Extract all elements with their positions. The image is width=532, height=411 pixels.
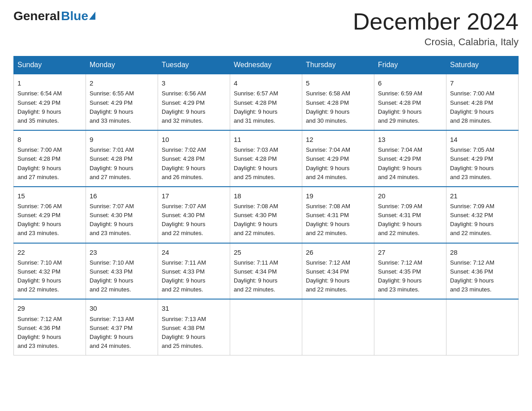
day-number: 29 <box>17 303 82 313</box>
day-number: 15 <box>17 191 82 201</box>
day-number: 23 <box>90 247 154 257</box>
day-number: 9 <box>90 134 154 145</box>
location-text: Crosia, Calabria, Italy <box>353 36 519 48</box>
calendar-cell: 28 Sunrise: 7:12 AM Sunset: 4:36 PM Dayl… <box>446 243 519 300</box>
calendar-cell: 15 Sunrise: 7:06 AM Sunset: 4:29 PM Dayl… <box>14 187 86 243</box>
calendar-cell: 3 Sunrise: 6:56 AM Sunset: 4:29 PM Dayli… <box>158 74 230 130</box>
calendar-week-row: 15 Sunrise: 7:06 AM Sunset: 4:29 PM Dayl… <box>14 187 519 243</box>
day-number: 1 <box>17 78 82 88</box>
calendar-week-row: 1 Sunrise: 6:54 AM Sunset: 4:29 PM Dayli… <box>14 74 519 130</box>
day-number: 7 <box>450 78 515 88</box>
header-tuesday: Tuesday <box>158 56 230 74</box>
header-friday: Friday <box>374 56 446 74</box>
calendar-cell: 18 Sunrise: 7:08 AM Sunset: 4:30 PM Dayl… <box>230 187 302 243</box>
calendar-cell: 24 Sunrise: 7:11 AM Sunset: 4:33 PM Dayl… <box>158 243 230 300</box>
calendar-cell: 10 Sunrise: 7:02 AM Sunset: 4:28 PM Dayl… <box>158 130 230 187</box>
header-sunday: Sunday <box>14 56 86 74</box>
day-number: 5 <box>306 78 370 88</box>
calendar-week-row: 8 Sunrise: 7:00 AM Sunset: 4:28 PM Dayli… <box>14 130 519 187</box>
calendar-cell: 12 Sunrise: 7:04 AM Sunset: 4:29 PM Dayl… <box>302 130 374 187</box>
calendar-cell: 29 Sunrise: 7:12 AM Sunset: 4:36 PM Dayl… <box>14 299 86 355</box>
logo-arrow-icon <box>89 12 95 20</box>
month-title: December 2024 <box>353 9 519 34</box>
calendar-cell: 19 Sunrise: 7:08 AM Sunset: 4:31 PM Dayl… <box>302 187 374 243</box>
day-number: 2 <box>90 78 154 88</box>
day-number: 16 <box>90 191 154 201</box>
day-number: 11 <box>234 134 298 145</box>
day-number: 17 <box>162 191 226 201</box>
calendar-cell: 8 Sunrise: 7:00 AM Sunset: 4:28 PM Dayli… <box>14 130 86 187</box>
day-number: 31 <box>162 303 226 313</box>
day-number: 18 <box>234 191 298 201</box>
calendar-cell: 5 Sunrise: 6:58 AM Sunset: 4:28 PM Dayli… <box>302 74 374 130</box>
day-number: 10 <box>162 134 226 145</box>
logo-blue-part: Blue <box>61 9 95 23</box>
calendar-cell: 6 Sunrise: 6:59 AM Sunset: 4:28 PM Dayli… <box>374 74 446 130</box>
day-number: 25 <box>234 247 298 257</box>
calendar-cell <box>446 299 519 355</box>
day-number: 22 <box>17 247 82 257</box>
day-number: 21 <box>450 191 515 201</box>
calendar-cell: 14 Sunrise: 7:05 AM Sunset: 4:29 PM Dayl… <box>446 130 519 187</box>
calendar-cell <box>374 299 446 355</box>
day-number: 13 <box>378 134 442 145</box>
calendar-cell: 20 Sunrise: 7:09 AM Sunset: 4:31 PM Dayl… <box>374 187 446 243</box>
calendar-cell: 1 Sunrise: 6:54 AM Sunset: 4:29 PM Dayli… <box>14 74 86 130</box>
day-number: 4 <box>234 78 298 88</box>
header-saturday: Saturday <box>446 56 519 74</box>
header-wednesday: Wednesday <box>230 56 302 74</box>
day-number: 12 <box>306 134 370 145</box>
day-number: 24 <box>162 247 226 257</box>
calendar-table: Sunday Monday Tuesday Wednesday Thursday… <box>13 56 519 355</box>
calendar-cell <box>302 299 374 355</box>
calendar-cell: 27 Sunrise: 7:12 AM Sunset: 4:35 PM Dayl… <box>374 243 446 300</box>
day-number: 8 <box>17 134 82 145</box>
calendar-cell: 9 Sunrise: 7:01 AM Sunset: 4:28 PM Dayli… <box>86 130 158 187</box>
calendar-cell: 22 Sunrise: 7:10 AM Sunset: 4:32 PM Dayl… <box>14 243 86 300</box>
days-header-row: Sunday Monday Tuesday Wednesday Thursday… <box>14 56 519 74</box>
calendar-cell: 30 Sunrise: 7:13 AM Sunset: 4:37 PM Dayl… <box>86 299 158 355</box>
header-monday: Monday <box>86 56 158 74</box>
calendar-week-row: 29 Sunrise: 7:12 AM Sunset: 4:36 PM Dayl… <box>14 299 519 355</box>
logo-blue-text: Blue <box>61 9 88 23</box>
calendar-cell <box>230 299 302 355</box>
calendar-cell: 21 Sunrise: 7:09 AM Sunset: 4:32 PM Dayl… <box>446 187 519 243</box>
page-header: General Blue December 2024 Crosia, Calab… <box>13 9 519 48</box>
day-number: 3 <box>162 78 226 88</box>
header-thursday: Thursday <box>302 56 374 74</box>
logo: General Blue <box>13 9 95 23</box>
day-number: 6 <box>378 78 442 88</box>
day-number: 14 <box>450 134 515 145</box>
day-number: 30 <box>90 303 154 313</box>
calendar-cell: 4 Sunrise: 6:57 AM Sunset: 4:28 PM Dayli… <box>230 74 302 130</box>
calendar-cell: 23 Sunrise: 7:10 AM Sunset: 4:33 PM Dayl… <box>86 243 158 300</box>
day-number: 20 <box>378 191 442 201</box>
calendar-cell: 17 Sunrise: 7:07 AM Sunset: 4:30 PM Dayl… <box>158 187 230 243</box>
calendar-cell: 13 Sunrise: 7:04 AM Sunset: 4:29 PM Dayl… <box>374 130 446 187</box>
title-section: December 2024 Crosia, Calabria, Italy <box>353 9 519 48</box>
day-number: 26 <box>306 247 370 257</box>
calendar-week-row: 22 Sunrise: 7:10 AM Sunset: 4:32 PM Dayl… <box>14 243 519 300</box>
day-number: 19 <box>306 191 370 201</box>
calendar-cell: 31 Sunrise: 7:13 AM Sunset: 4:38 PM Dayl… <box>158 299 230 355</box>
calendar-cell: 26 Sunrise: 7:12 AM Sunset: 4:34 PM Dayl… <box>302 243 374 300</box>
calendar-cell: 11 Sunrise: 7:03 AM Sunset: 4:28 PM Dayl… <box>230 130 302 187</box>
calendar-cell: 2 Sunrise: 6:55 AM Sunset: 4:29 PM Dayli… <box>86 74 158 130</box>
calendar-cell: 7 Sunrise: 7:00 AM Sunset: 4:28 PM Dayli… <box>446 74 519 130</box>
calendar-cell: 25 Sunrise: 7:11 AM Sunset: 4:34 PM Dayl… <box>230 243 302 300</box>
day-number: 28 <box>450 247 515 257</box>
day-number: 27 <box>378 247 442 257</box>
logo-general-text: General <box>13 9 60 23</box>
calendar-cell: 16 Sunrise: 7:07 AM Sunset: 4:30 PM Dayl… <box>86 187 158 243</box>
